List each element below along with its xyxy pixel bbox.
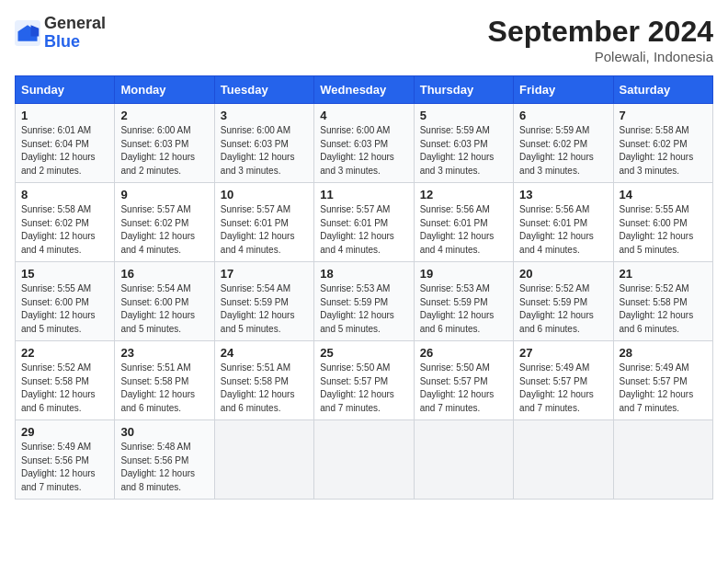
day-info: Sunrise: 6:00 AM Sunset: 6:03 PM Dayligh… [320, 124, 407, 178]
day-number: 5 [420, 109, 507, 122]
header-friday: Friday [514, 76, 613, 104]
day-number: 20 [519, 267, 607, 281]
calendar-cell: 7 Sunrise: 5:58 AM Sunset: 6:02 PM Dayli… [613, 104, 712, 183]
day-info: Sunrise: 5:49 AM Sunset: 5:57 PM Dayligh… [519, 362, 607, 415]
calendar-cell [613, 420, 712, 500]
day-info: Sunrise: 5:58 AM Sunset: 6:02 PM Dayligh… [620, 124, 707, 178]
calendar-cell: 8 Sunrise: 5:58 AM Sunset: 6:02 PM Dayli… [16, 183, 115, 262]
calendar-cell: 20 Sunrise: 5:52 AM Sunset: 5:59 PM Dayl… [514, 262, 613, 341]
day-number: 11 [320, 188, 407, 201]
title-block: September 2024 Polewali, Indonesia [488, 15, 713, 64]
day-info: Sunrise: 5:48 AM Sunset: 5:56 PM Dayligh… [120, 441, 208, 494]
day-number: 4 [320, 109, 407, 122]
calendar-cell [514, 420, 613, 500]
day-number: 27 [519, 346, 607, 360]
day-number: 14 [620, 188, 707, 201]
page-header: General Blue September 2024 Polewali, In… [15, 15, 713, 64]
day-info: Sunrise: 5:56 AM Sunset: 6:01 PM Dayligh… [420, 203, 507, 257]
calendar-cell [214, 420, 313, 500]
day-number: 15 [21, 267, 108, 281]
day-number: 16 [120, 267, 208, 281]
day-info: Sunrise: 5:49 AM Sunset: 5:56 PM Dayligh… [21, 441, 108, 494]
day-info: Sunrise: 5:53 AM Sunset: 5:59 PM Dayligh… [420, 282, 507, 336]
day-number: 19 [420, 267, 507, 281]
day-number: 25 [320, 346, 407, 360]
day-number: 21 [620, 267, 707, 281]
header-tuesday: Tuesday [214, 76, 313, 104]
logo: General Blue [15, 15, 106, 52]
day-info: Sunrise: 5:57 AM Sunset: 6:01 PM Dayligh… [320, 203, 407, 257]
day-number: 12 [420, 188, 507, 201]
calendar-cell: 11 Sunrise: 5:57 AM Sunset: 6:01 PM Dayl… [314, 183, 414, 262]
month-title: September 2024 [488, 15, 713, 49]
day-info: Sunrise: 5:57 AM Sunset: 6:01 PM Dayligh… [221, 203, 308, 257]
header-saturday: Saturday [613, 76, 712, 104]
logo-general-text: General [44, 14, 106, 32]
calendar-week-row: 22 Sunrise: 5:52 AM Sunset: 5:58 PM Dayl… [16, 341, 713, 420]
calendar-cell: 5 Sunrise: 5:59 AM Sunset: 6:03 PM Dayli… [414, 104, 513, 183]
calendar-cell: 22 Sunrise: 5:52 AM Sunset: 5:58 PM Dayl… [16, 341, 115, 420]
calendar-cell: 2 Sunrise: 6:00 AM Sunset: 6:03 PM Dayli… [115, 104, 214, 183]
day-info: Sunrise: 5:52 AM Sunset: 5:58 PM Dayligh… [620, 282, 707, 336]
day-number: 17 [221, 267, 308, 281]
calendar-cell: 27 Sunrise: 5:49 AM Sunset: 5:57 PM Dayl… [514, 341, 613, 420]
calendar-cell: 9 Sunrise: 5:57 AM Sunset: 6:02 PM Dayli… [115, 183, 214, 262]
day-number: 1 [21, 109, 108, 122]
calendar-cell: 16 Sunrise: 5:54 AM Sunset: 6:00 PM Dayl… [115, 262, 214, 341]
calendar-cell: 29 Sunrise: 5:49 AM Sunset: 5:56 PM Dayl… [16, 420, 115, 500]
calendar-week-row: 29 Sunrise: 5:49 AM Sunset: 5:56 PM Dayl… [16, 420, 713, 500]
calendar-cell: 15 Sunrise: 5:55 AM Sunset: 6:00 PM Dayl… [16, 262, 115, 341]
header-sunday: Sunday [16, 76, 115, 104]
calendar-cell: 14 Sunrise: 5:55 AM Sunset: 6:00 PM Dayl… [613, 183, 712, 262]
day-number: 22 [21, 346, 108, 360]
calendar-cell: 6 Sunrise: 5:59 AM Sunset: 6:02 PM Dayli… [514, 104, 613, 183]
calendar-table: Sunday Monday Tuesday Wednesday Thursday… [15, 75, 713, 500]
day-info: Sunrise: 5:49 AM Sunset: 5:57 PM Dayligh… [620, 362, 707, 415]
day-info: Sunrise: 5:50 AM Sunset: 5:57 PM Dayligh… [320, 362, 407, 415]
calendar-cell: 1 Sunrise: 6:01 AM Sunset: 6:04 PM Dayli… [16, 104, 115, 183]
day-info: Sunrise: 5:55 AM Sunset: 6:00 PM Dayligh… [21, 282, 108, 336]
day-info: Sunrise: 5:50 AM Sunset: 5:57 PM Dayligh… [420, 362, 507, 415]
day-number: 6 [519, 109, 607, 122]
day-number: 23 [120, 346, 208, 360]
day-number: 30 [120, 425, 208, 439]
calendar-week-row: 1 Sunrise: 6:01 AM Sunset: 6:04 PM Dayli… [16, 104, 713, 183]
day-info: Sunrise: 5:54 AM Sunset: 5:59 PM Dayligh… [221, 282, 308, 336]
calendar-cell: 21 Sunrise: 5:52 AM Sunset: 5:58 PM Dayl… [613, 262, 712, 341]
calendar-cell: 18 Sunrise: 5:53 AM Sunset: 5:59 PM Dayl… [314, 262, 414, 341]
calendar-cell [414, 420, 513, 500]
day-number: 10 [221, 188, 308, 201]
day-number: 29 [21, 425, 108, 439]
logo-blue-text: Blue [44, 32, 80, 51]
day-info: Sunrise: 5:57 AM Sunset: 6:02 PM Dayligh… [120, 203, 208, 257]
day-number: 7 [620, 109, 707, 122]
day-info: Sunrise: 6:01 AM Sunset: 6:04 PM Dayligh… [21, 124, 108, 178]
calendar-cell: 13 Sunrise: 5:56 AM Sunset: 6:01 PM Dayl… [514, 183, 613, 262]
day-info: Sunrise: 5:54 AM Sunset: 6:00 PM Dayligh… [120, 282, 208, 336]
day-number: 2 [120, 109, 208, 122]
day-info: Sunrise: 5:51 AM Sunset: 5:58 PM Dayligh… [120, 362, 208, 415]
day-number: 3 [221, 109, 308, 122]
weekday-header-row: Sunday Monday Tuesday Wednesday Thursday… [16, 76, 713, 104]
day-number: 9 [120, 188, 208, 201]
day-info: Sunrise: 5:56 AM Sunset: 6:01 PM Dayligh… [519, 203, 607, 257]
day-number: 8 [21, 188, 108, 201]
calendar-cell: 10 Sunrise: 5:57 AM Sunset: 6:01 PM Dayl… [214, 183, 313, 262]
day-info: Sunrise: 5:59 AM Sunset: 6:02 PM Dayligh… [519, 124, 607, 178]
calendar-cell [314, 420, 414, 500]
day-number: 28 [620, 346, 707, 360]
day-info: Sunrise: 5:53 AM Sunset: 5:59 PM Dayligh… [320, 282, 407, 336]
calendar-cell: 26 Sunrise: 5:50 AM Sunset: 5:57 PM Dayl… [414, 341, 513, 420]
header-monday: Monday [115, 76, 214, 104]
calendar-cell: 17 Sunrise: 5:54 AM Sunset: 5:59 PM Dayl… [214, 262, 313, 341]
day-info: Sunrise: 5:52 AM Sunset: 5:59 PM Dayligh… [519, 282, 607, 336]
calendar-cell: 25 Sunrise: 5:50 AM Sunset: 5:57 PM Dayl… [314, 341, 414, 420]
day-number: 26 [420, 346, 507, 360]
day-number: 13 [519, 188, 607, 201]
day-info: Sunrise: 6:00 AM Sunset: 6:03 PM Dayligh… [221, 124, 308, 178]
calendar-cell: 28 Sunrise: 5:49 AM Sunset: 5:57 PM Dayl… [613, 341, 712, 420]
day-info: Sunrise: 5:52 AM Sunset: 5:58 PM Dayligh… [21, 362, 108, 415]
calendar-cell: 4 Sunrise: 6:00 AM Sunset: 6:03 PM Dayli… [314, 104, 414, 183]
calendar-week-row: 15 Sunrise: 5:55 AM Sunset: 6:00 PM Dayl… [16, 262, 713, 341]
day-info: Sunrise: 5:59 AM Sunset: 6:03 PM Dayligh… [420, 124, 507, 178]
